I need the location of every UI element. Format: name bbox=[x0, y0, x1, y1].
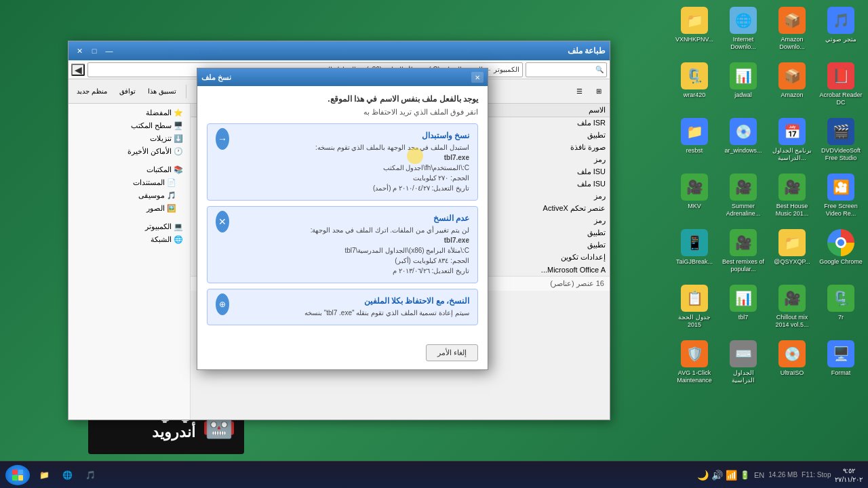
desktop-icon-sound-store[interactable]: 🎵 متجر صوتي bbox=[817, 3, 865, 58]
dialog-close-button[interactable]: ✕ bbox=[471, 72, 484, 83]
amazon-icon: 📦 bbox=[778, 7, 806, 34]
col-name[interactable]: الاسم bbox=[486, 104, 610, 117]
video4-icon: 🎥 bbox=[730, 229, 757, 256]
desktop-icon-ar-windows[interactable]: 💿 ar_windows... bbox=[719, 115, 767, 169]
close-button[interactable]: ✕ bbox=[73, 45, 86, 57]
option1-title: نسخ واستبدال bbox=[235, 131, 469, 140]
sidebar-downloads[interactable]: ⬇️ تنزيلات bbox=[71, 132, 187, 145]
desktop-icon-schedules[interactable]: ⌨️ الجداول الدراسية bbox=[719, 337, 767, 391]
disk-usage: 14.26 MB bbox=[768, 471, 797, 479]
window-controls: ✕ □ — bbox=[73, 45, 116, 57]
checklist-icon: 📋 bbox=[681, 285, 708, 312]
window-title: طباعة ملف bbox=[568, 46, 606, 56]
desktop-icon-taig[interactable]: 📱 TaiGJBreak... bbox=[671, 226, 718, 280]
desktop-icon-amazon[interactable]: 📦 Amazon Downlo... bbox=[768, 3, 816, 58]
desktop: 📁 VXNHKPNV... 🌐 Internet Downlo... 📦 Ama… bbox=[0, 0, 868, 488]
desktop-icon-resbst[interactable]: 📁 resbst bbox=[671, 115, 718, 169]
sidebar-favorites[interactable]: ⭐ المفضلة bbox=[71, 106, 187, 119]
windows-logo-icon bbox=[12, 470, 23, 481]
dialog-footer: إلغاء الأمر bbox=[197, 339, 488, 369]
desktop-icon-freescreen[interactable]: 🎦 Free Screen Video Re... bbox=[817, 170, 865, 224]
icon-label: برنامج الجداول الدراسية... bbox=[770, 147, 814, 162]
sidebar-pictures[interactable]: 🖼️ الصور bbox=[71, 202, 187, 215]
dialog-content: يوجد بالفعل ملف بنفس الاسم في هذا الموقع… bbox=[197, 86, 488, 339]
taskbar-ie-icon[interactable]: 🌐 bbox=[57, 465, 77, 485]
view-options: ☰ ⊞ bbox=[571, 86, 607, 96]
desktop-icon-chrome[interactable]: Google Chrome bbox=[817, 226, 865, 280]
desktop-icon-mkv1[interactable]: 🎥 MKV bbox=[671, 170, 718, 224]
sidebar-recent[interactable]: 🕐 الأماكن الأخيرة bbox=[71, 145, 187, 158]
option3-desc: سيتم إعادة تسمية الملف الذي تقوم بنقله "… bbox=[235, 308, 469, 318]
icon-label: tbl7 bbox=[738, 314, 749, 321]
lang-indicator[interactable]: EN bbox=[754, 471, 764, 479]
dialog-title: نسخ ملف bbox=[201, 73, 231, 82]
search-box[interactable]: 🔍 bbox=[526, 62, 607, 77]
pdf-icon: 📕 bbox=[827, 62, 854, 89]
desktop-icon-best-remixes[interactable]: 🎥 Best remixes of popular... bbox=[719, 226, 767, 280]
icon-label: VXNHKPNV... bbox=[675, 36, 713, 43]
desktop-icon-format[interactable]: 🖥️ Format bbox=[817, 337, 865, 391]
search-icon: 🔍 bbox=[595, 66, 604, 73]
desktop-icon-avg[interactable]: 🛡️ AVG 1-Click Maintenance bbox=[671, 337, 718, 391]
compatibility-button[interactable]: توافق bbox=[114, 86, 141, 96]
start-button[interactable] bbox=[5, 465, 30, 485]
desktop-icon-ultraiso[interactable]: 💿 UltraISO bbox=[768, 337, 816, 391]
dialog-header: يوجد بالفعل ملف بنفس الاسم في هذا الموقع… bbox=[207, 94, 478, 104]
icon-label: الجداول الدراسية bbox=[722, 369, 765, 384]
option2-title: عدم النسخ bbox=[235, 214, 469, 223]
sidebar-music[interactable]: 🎵 موسيقى bbox=[71, 189, 187, 202]
desktop-icon-tbl7[interactable]: 📊 tbl7 bbox=[719, 281, 767, 336]
desktop-icon-best-house[interactable]: 🎥 Best House Music 201... bbox=[768, 170, 816, 224]
sidebar-network[interactable]: 🌐 الشبكة bbox=[71, 233, 187, 246]
icon-label: Amazon bbox=[781, 92, 803, 99]
sidebar-desktop[interactable]: 🖥️ سطح المكتب bbox=[71, 119, 187, 132]
maximize-button[interactable]: □ bbox=[87, 45, 101, 57]
desktop-icon-vxnhkpnv[interactable]: 📁 VXNHKPNV... bbox=[671, 3, 718, 58]
apply-button[interactable]: تسبيق هذا bbox=[142, 86, 182, 96]
desktop-icon-dvd[interactable]: 🎬 DVDVideoSoft Free Studio bbox=[817, 115, 865, 169]
battery-icon: 🔋 bbox=[740, 470, 750, 480]
taskbar-explorer-icon[interactable]: 📁 bbox=[34, 465, 54, 485]
clock-time: ٩:٥٢ bbox=[835, 466, 863, 475]
option2-icon: ✕ bbox=[216, 215, 229, 228]
detail-view-button[interactable]: ⊞ bbox=[591, 86, 607, 96]
desktop-icon-wrar[interactable]: 🗜️ wrar420 bbox=[671, 59, 718, 113]
sidebar-documents[interactable]: 📄 المستندات bbox=[71, 176, 187, 189]
no-copy-option[interactable]: عدم النسخ لن يتم تغيير أي من الملفات. ات… bbox=[207, 206, 478, 283]
icon-label: Google Chrome bbox=[819, 258, 863, 266]
sidebar-computer[interactable]: 💻 الكمبيوتر bbox=[71, 220, 187, 233]
video2-icon: 🎥 bbox=[730, 174, 757, 201]
cancel-button[interactable]: إلغاء الأمر bbox=[426, 344, 478, 361]
keep-both-option[interactable]: النسخ، مع الاحتفاظ بكلا الملفين سيتم إعا… bbox=[207, 289, 478, 325]
icon-label: Internet Downlo... bbox=[722, 36, 765, 51]
desktop-icon-internet-downloader[interactable]: 🌐 Internet Downlo... bbox=[719, 3, 767, 58]
new-folder-button[interactable]: منظم جديد bbox=[71, 86, 113, 96]
icon-label: Best House Music 201... bbox=[770, 203, 814, 218]
icon-label: Chillout mix 2014 vol.5... bbox=[770, 314, 814, 329]
screen-icon: 🎦 bbox=[827, 174, 854, 201]
desktop-icon-schedule-prog[interactable]: 📅 برنامج الجداول الدراسية... bbox=[768, 115, 816, 169]
desktop-icon-7r[interactable]: 🗜️ 7r bbox=[817, 281, 865, 336]
dialog-subtext: انقر فوق الملف الذي تريد الاحتفاظ به bbox=[207, 108, 478, 117]
desktop-icon-amazon2[interactable]: 📦 Amazon bbox=[768, 59, 816, 113]
sidebar-libraries[interactable]: 📚 المكتبات bbox=[71, 163, 187, 176]
taskbar-media-icon[interactable]: 🎵 bbox=[80, 465, 100, 485]
copy-replace-option[interactable]: نسخ واستبدال استبدل الملف في مجد الوجهة … bbox=[207, 123, 478, 201]
desktop-icon-jadwal[interactable]: 📊 jadwal bbox=[719, 59, 767, 113]
option3-text: النسخ، مع الاحتفاظ بكلا الملفين سيتم إعا… bbox=[235, 296, 469, 318]
conflict-dialog: ✕ نسخ ملف يوجد بالفعل ملف بنفس الاسم في … bbox=[197, 68, 488, 370]
desktop-icon-acrobat[interactable]: 📕 Acrobat Reader DC bbox=[817, 59, 865, 113]
minimize-button[interactable]: — bbox=[102, 45, 116, 57]
speaker-icon[interactable]: 🔊 bbox=[711, 470, 723, 481]
list-view-button[interactable]: ☰ bbox=[571, 86, 588, 96]
back-button[interactable]: ◀ bbox=[71, 64, 85, 76]
desktop-icon-qsyxqp[interactable]: 📁 @QSYXQP... bbox=[768, 226, 816, 280]
desktop-icon-summer[interactable]: 🎥 Summer Adrenaline... bbox=[719, 170, 767, 224]
desktop-icon-chillout[interactable]: 🎥 Chillout mix 2014 vol.5... bbox=[768, 281, 816, 336]
network-icon[interactable]: 📶 bbox=[726, 470, 737, 481]
desktop-icon-jadwal-hajj[interactable]: 📋 جدول الحجة 2015 bbox=[671, 281, 718, 336]
window-titlebar: ✕ □ — طباعة ملف bbox=[68, 41, 610, 60]
taskbar-pinned-icons: 📁 🌐 🎵 bbox=[34, 465, 100, 485]
folder2-icon: 📁 bbox=[681, 118, 708, 145]
icon-label: TaiGJBreak... bbox=[676, 258, 713, 266]
